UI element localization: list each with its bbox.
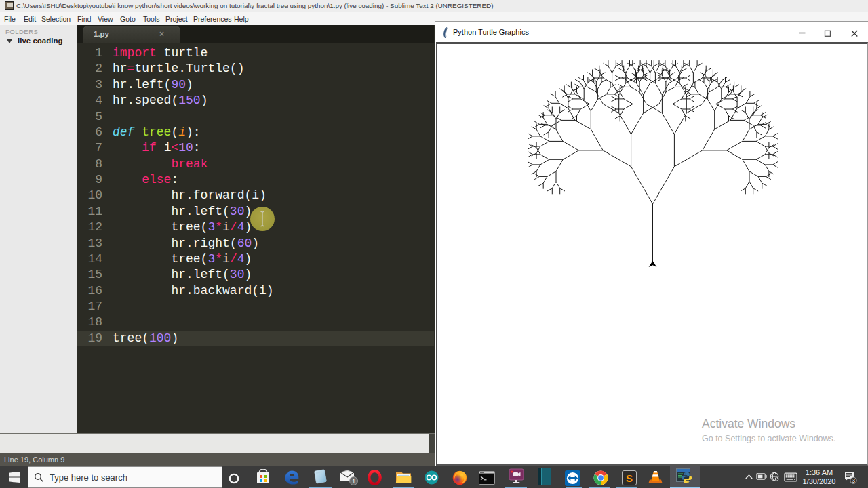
svg-text:S: S [626, 472, 633, 484]
svg-text:1: 1 [352, 478, 355, 485]
svg-text:3: 3 [852, 477, 855, 484]
